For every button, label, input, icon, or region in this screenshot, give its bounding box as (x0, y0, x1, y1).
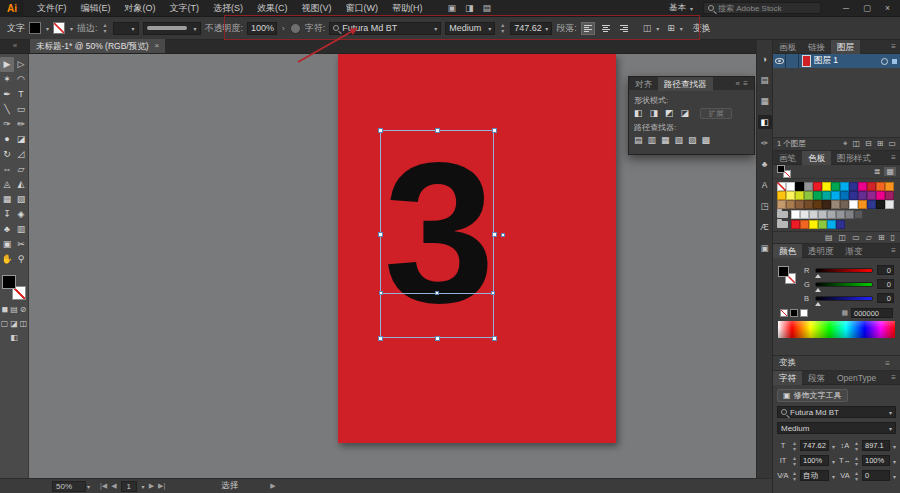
collapse-panel-icon[interactable]: « (736, 79, 740, 88)
magic-wand-tool[interactable]: ✶ (0, 72, 14, 87)
symbols-panel-icon[interactable]: ♣ (758, 157, 772, 171)
none-mode-icon[interactable]: ⊘ (20, 305, 27, 314)
selection-handle[interactable] (435, 336, 440, 341)
swatch[interactable] (813, 200, 822, 209)
new-color-group-icon[interactable]: ▱ (866, 233, 872, 242)
tab-paragraph[interactable]: 段落 (802, 371, 831, 385)
artboard-number-field[interactable]: 1 (121, 481, 137, 492)
swatch[interactable] (822, 191, 831, 200)
tab-gradient[interactable]: 渐变 (840, 244, 869, 258)
swatch[interactable] (845, 210, 854, 219)
arrange-documents-icon[interactable]: ▤ (483, 0, 492, 17)
close-button[interactable]: × (885, 3, 890, 13)
swatch[interactable] (849, 182, 858, 191)
divide-icon[interactable]: ▤ (634, 135, 643, 146)
make-clipping-mask-icon[interactable]: ◫ (852, 139, 860, 149)
opacity-field[interactable]: 100% (247, 22, 277, 35)
eraser-tool[interactable]: ◪ (14, 132, 28, 147)
swatch[interactable] (791, 210, 800, 219)
font-size-field[interactable]: 747.62 (510, 22, 552, 35)
white-chip[interactable] (800, 309, 808, 317)
artboards-panel-icon[interactable]: ▣ (758, 241, 772, 255)
color-group-folder-icon[interactable] (777, 211, 788, 218)
hand-tool[interactable]: ✋ (0, 252, 14, 267)
first-artboard-button[interactable]: |◀ (100, 482, 107, 490)
stepper-icon[interactable] (853, 440, 860, 452)
swatch[interactable] (786, 191, 795, 200)
swatch[interactable] (885, 200, 894, 209)
leading-field[interactable]: ↕A 897.1 (839, 439, 896, 452)
swatch[interactable] (804, 182, 813, 191)
swatch[interactable] (809, 210, 818, 219)
swatch[interactable] (795, 200, 804, 209)
list-view-icon[interactable]: ≣ (872, 167, 883, 176)
selection-bounding-box[interactable] (380, 130, 494, 338)
draw-behind-icon[interactable]: ◪ (10, 319, 18, 328)
collapse-toolbar-icon[interactable] (0, 39, 30, 53)
menu-edit[interactable]: 编辑(E) (74, 0, 118, 17)
tab-color[interactable]: 颜色 (773, 244, 802, 258)
red-value[interactable]: 0 (877, 265, 894, 275)
exclude-icon[interactable]: ◪ (681, 108, 690, 119)
selection-handle[interactable] (492, 232, 497, 237)
tab-align[interactable]: 对齐 (629, 77, 658, 91)
canvas[interactable]: 3 对齐路径查找器 « 形状模式: ◧◨◩ (29, 54, 756, 478)
tab-character[interactable]: 字符 (773, 371, 802, 385)
lasso-tool[interactable]: ◠ (14, 72, 28, 87)
maximize-button[interactable]: ▢ (863, 3, 871, 13)
swatch[interactable] (885, 182, 894, 191)
tab-swatches[interactable]: 色板 (802, 151, 831, 165)
trim-icon[interactable]: ▥ (648, 135, 657, 146)
swatch[interactable] (813, 191, 822, 200)
selection-handle[interactable] (378, 336, 383, 341)
perspective-grid-tool[interactable]: ◭ (14, 177, 28, 192)
swatch[interactable] (827, 210, 836, 219)
pencil-tool[interactable]: ✏ (14, 117, 28, 132)
direct-selection-tool[interactable]: ▷ (14, 57, 28, 72)
stock-search-input[interactable]: 搜索 Adobe Stock (703, 2, 821, 14)
layer-row[interactable]: 图层 1 (773, 54, 900, 68)
swatch[interactable] (786, 200, 795, 209)
minus-front-icon[interactable]: ◨ (650, 108, 659, 119)
align-left-button[interactable] (581, 22, 595, 35)
locate-object-icon[interactable]: ⌖ (843, 139, 848, 149)
blue-slider[interactable] (815, 296, 873, 301)
style-icon[interactable] (290, 23, 301, 34)
stepper-icon[interactable] (853, 455, 860, 467)
outline-icon[interactable]: ▨ (688, 135, 697, 146)
font-style-select[interactable]: Medium (445, 22, 495, 35)
graphic-styles-icon[interactable]: ◳ (758, 199, 772, 213)
selection-handle[interactable] (435, 128, 440, 133)
swatch[interactable] (800, 220, 809, 229)
type-tool[interactable]: T (14, 87, 28, 102)
character-styles-icon[interactable]: A (758, 178, 772, 192)
swatch[interactable] (876, 182, 885, 191)
app-logo[interactable]: Ai (0, 0, 24, 17)
blend-tool[interactable]: ◈ (14, 207, 28, 222)
selection-handle[interactable] (492, 128, 497, 133)
swatch-kinds-icon[interactable]: ◫ (839, 233, 847, 242)
none-chip[interactable] (780, 309, 788, 317)
baseline-handle[interactable] (435, 291, 439, 295)
column-graph-tool[interactable]: ▥ (14, 222, 28, 237)
panel-menu-icon[interactable] (743, 79, 752, 88)
tab-links[interactable]: 链接 (802, 40, 831, 54)
glyphs-panel-icon[interactable]: Æ (758, 220, 772, 234)
crop-icon[interactable]: ▧ (675, 135, 684, 146)
opacity-more-icon[interactable]: › (281, 24, 286, 33)
screen-mode-icon[interactable]: ◧ (10, 333, 18, 342)
shape-builder-tool[interactable]: ◬ (0, 177, 14, 192)
font-family-select[interactable]: Futura Md BT (777, 406, 896, 418)
align-center-button[interactable] (599, 22, 613, 35)
swatch[interactable] (795, 191, 804, 200)
tab-layers[interactable]: 图层 (831, 40, 860, 54)
font-size-field[interactable]: T 747.62 (777, 439, 835, 452)
rectangle-tool[interactable]: ▭ (14, 102, 28, 117)
blue-value[interactable]: 0 (877, 293, 894, 303)
last-artboard-button[interactable]: ▶| (158, 482, 165, 490)
swatch[interactable] (800, 210, 809, 219)
stepper-icon[interactable] (853, 470, 860, 482)
swatch[interactable] (867, 191, 876, 200)
bridge-icon[interactable]: ▣ (448, 0, 457, 17)
panel-menu-icon[interactable] (891, 373, 900, 382)
